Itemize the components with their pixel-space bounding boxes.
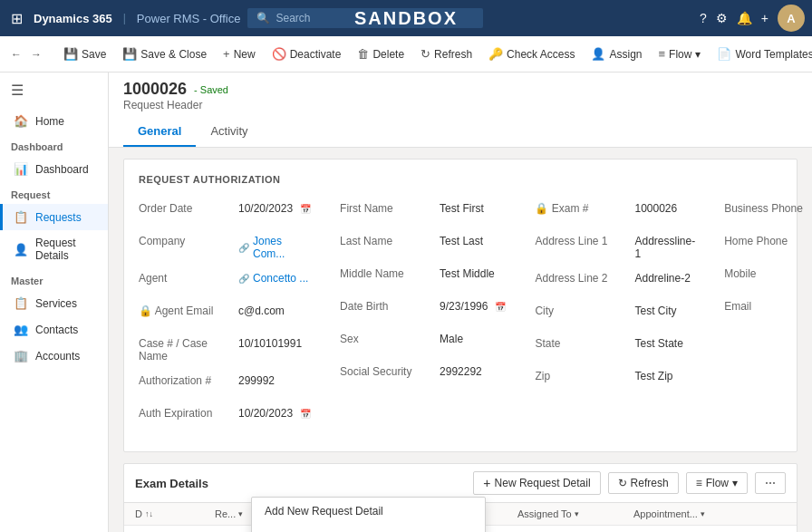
city-value: Test City bbox=[634, 302, 695, 317]
subgrid-title: Exam Details bbox=[135, 477, 466, 490]
middle-name-label: Middle Name bbox=[340, 265, 440, 280]
sidebar-item-dashboard[interactable]: 📊 Dashboard bbox=[0, 156, 108, 182]
form-row-social-security: Social Security 2992292 bbox=[340, 363, 506, 386]
form-row-zip: Zip Test Zip bbox=[535, 367, 695, 391]
agent-value[interactable]: 🔗 Concetto ... bbox=[238, 269, 311, 285]
home-icon: 🏠 bbox=[14, 114, 28, 128]
settings-icon[interactable]: ⚙ bbox=[716, 11, 728, 25]
add-icon[interactable]: + bbox=[761, 11, 768, 25]
subgrid-refresh-button[interactable]: ↻ Refresh bbox=[608, 472, 679, 494]
sidebar-item-requests[interactable]: 📋 Requests bbox=[0, 204, 108, 230]
home-phone-label: Home Phone bbox=[724, 232, 812, 247]
first-name-label: First Name bbox=[340, 199, 440, 215]
app-grid-icon[interactable]: ⊞ bbox=[7, 6, 26, 31]
form-grid: REQUEST AUTHORIZATION Order Date 10/20/2… bbox=[123, 159, 798, 452]
saved-badge: - Saved bbox=[194, 84, 228, 95]
sidebar-item-services[interactable]: 📋 Services bbox=[0, 290, 108, 316]
col-header-assigned-to[interactable]: Assigned To ▾ bbox=[517, 508, 626, 519]
new-icon: + bbox=[223, 47, 230, 61]
company-label: Company bbox=[139, 232, 238, 247]
record-title: 1000026 - Saved bbox=[123, 80, 798, 99]
form-row-exam-num: 🔒 Exam # 1000026 bbox=[535, 199, 695, 223]
record-header: 1000026 - Saved Request Header General A… bbox=[109, 73, 812, 148]
form-body: REQUEST AUTHORIZATION Order Date 10/20/2… bbox=[109, 148, 812, 532]
subgrid-more-button[interactable]: ⋯ bbox=[755, 472, 786, 494]
form-row-sex: Sex Male bbox=[340, 330, 506, 353]
flow-button[interactable]: ≡ Flow ▾ bbox=[652, 44, 709, 64]
form-row-agent-email: 🔒 Agent Email c@d.com bbox=[139, 302, 311, 325]
exam-num-value: 1000026 bbox=[634, 199, 695, 215]
agent-link-icon: 🔗 bbox=[238, 274, 249, 284]
company-value[interactable]: 🔗 Jones Com... bbox=[238, 232, 311, 260]
city-label: City bbox=[535, 302, 634, 317]
form-row-auth-expiration: Auth Expiration 10/20/2023 📅 bbox=[139, 404, 311, 428]
last-name-label: Last Name bbox=[340, 232, 440, 247]
delete-button[interactable]: 🗑 Delete bbox=[350, 44, 411, 64]
form-row-auth-num: Authorization # 299992 bbox=[139, 372, 311, 395]
avatar[interactable]: A bbox=[778, 5, 805, 32]
sidebar-item-accounts[interactable]: 🏢 Accounts bbox=[0, 343, 108, 369]
tab-general[interactable]: General bbox=[123, 117, 196, 147]
social-security-value: 2992292 bbox=[440, 363, 506, 378]
form-row-address1: Address Line 1 Addressline-1 bbox=[535, 232, 695, 260]
requests-icon: 📋 bbox=[14, 210, 28, 224]
agent-label: Agent bbox=[139, 269, 238, 285]
sidebar-section-request: Request bbox=[0, 182, 108, 204]
check-access-button[interactable]: 🔑 Check Access bbox=[481, 44, 582, 64]
subgrid-flow-button[interactable]: ≡ Flow ▾ bbox=[686, 472, 748, 494]
form-col-2: First Name Test First Last Name Test Las… bbox=[333, 199, 513, 437]
calendar-icon-3: 📅 bbox=[495, 302, 506, 312]
form-row-mobile: Mobile 29299299 📞 bbox=[724, 265, 812, 288]
form-columns: Order Date 10/20/2023 📅 Company 🔗 Jones … bbox=[139, 199, 782, 437]
date-birth-value: 9/23/1996 📅 bbox=[440, 297, 506, 313]
refresh-button[interactable]: ↻ Refresh bbox=[413, 44, 479, 64]
exam-details-subgrid: Exam Details + New Request Detail ↻ Refr… bbox=[123, 463, 798, 532]
filter-icon-re: ▾ bbox=[238, 509, 243, 518]
sex-value: Male bbox=[440, 330, 506, 345]
business-phone-label: Business Phone bbox=[724, 199, 812, 215]
form-row-order-date: Order Date 10/20/2023 📅 bbox=[139, 199, 311, 223]
mobile-label: Mobile bbox=[724, 265, 812, 280]
form-col-1: Order Date 10/20/2023 📅 Company 🔗 Jones … bbox=[139, 199, 318, 437]
dropdown-add-related[interactable]: Add a related Request Detail to this rec… bbox=[252, 525, 485, 532]
state-value: Test State bbox=[634, 334, 695, 350]
new-request-detail-button[interactable]: + New Request Detail bbox=[473, 471, 600, 495]
dropdown-add-new[interactable]: Add New Request Detail bbox=[252, 498, 485, 525]
word-templates-button[interactable]: 📄 Word Templates ▾ bbox=[710, 44, 812, 64]
new-request-detail-dropdown: Add New Request Detail Add a related Req… bbox=[251, 497, 486, 532]
section-title: REQUEST AUTHORIZATION bbox=[139, 174, 782, 189]
filter-icon-assigned: ▾ bbox=[575, 509, 579, 518]
case-number-value: 10/10101991 bbox=[238, 334, 311, 350]
auth-num-value: 299992 bbox=[238, 372, 311, 387]
case-number-label: Case # / Case Name bbox=[139, 334, 238, 363]
forward-button[interactable]: → bbox=[27, 46, 45, 63]
sidebar: ☰ 🏠 Home Dashboard 📊 Dashboard Request 📋… bbox=[0, 73, 109, 532]
assign-button[interactable]: 👤 Assign bbox=[584, 44, 649, 64]
save-button[interactable]: 💾 Save bbox=[56, 44, 113, 64]
new-button[interactable]: + New bbox=[216, 44, 263, 64]
app-name: Power RMS - Office bbox=[137, 12, 241, 25]
accounts-icon: 🏢 bbox=[14, 349, 28, 363]
back-button[interactable]: ← bbox=[7, 46, 25, 63]
col-header-d[interactable]: D ↑↓ bbox=[135, 508, 208, 519]
email-label: Email bbox=[724, 297, 812, 313]
notification-icon[interactable]: 🔔 bbox=[737, 11, 752, 25]
tab-activity[interactable]: Activity bbox=[196, 117, 262, 147]
subgrid-flow-icon: ≡ bbox=[696, 477, 702, 489]
sidebar-item-request-details[interactable]: 👤 Request Details bbox=[0, 230, 108, 268]
flow-dropdown-chevron: ▾ bbox=[732, 477, 738, 489]
col-header-appointment[interactable]: Appointment... ▾ bbox=[633, 508, 724, 519]
order-date-label: Order Date bbox=[139, 199, 238, 215]
flow-icon: ≡ bbox=[659, 47, 666, 61]
sidebar-toggle[interactable]: ☰ bbox=[0, 73, 108, 108]
sex-label: Sex bbox=[340, 330, 440, 345]
deactivate-button[interactable]: 🚫 Deactivate bbox=[265, 44, 349, 64]
sort-icon-d: ↑↓ bbox=[145, 509, 153, 518]
question-icon[interactable]: ? bbox=[700, 11, 707, 25]
dashboard-icon: 📊 bbox=[14, 162, 28, 176]
sidebar-item-contacts[interactable]: 👥 Contacts bbox=[0, 316, 108, 343]
record-tabs: General Activity bbox=[123, 117, 798, 147]
save-close-button[interactable]: 💾 Save & Close bbox=[115, 44, 214, 64]
lock-icon-2: 🔒 bbox=[535, 202, 548, 215]
sidebar-item-home[interactable]: 🏠 Home bbox=[0, 108, 108, 134]
